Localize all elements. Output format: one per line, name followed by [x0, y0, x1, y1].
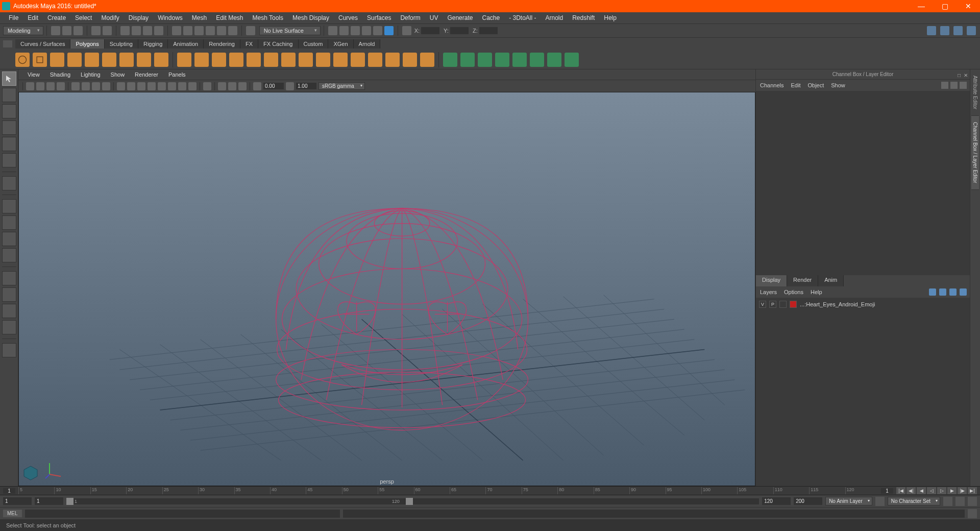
move-tool[interactable]	[2, 120, 16, 135]
cb-icon-c[interactable]	[960, 82, 967, 89]
shelf-tab-sculpting[interactable]: Sculpting	[105, 39, 138, 49]
gate-mask-icon[interactable]	[102, 82, 110, 90]
layout-four-icon[interactable]	[2, 215, 16, 230]
poly-bevel-icon[interactable]	[247, 53, 261, 67]
bookmark-icon[interactable]	[36, 82, 44, 90]
cb-menu-show[interactable]: Show	[831, 82, 845, 88]
poly-combine-icon[interactable]	[177, 53, 191, 67]
vp-menu-shading[interactable]: Shading	[45, 71, 76, 78]
multi-cut-icon[interactable]	[299, 53, 313, 67]
menu-file[interactable]: File	[4, 12, 23, 23]
gamma-icon[interactable]	[286, 82, 294, 90]
delete-edge-icon[interactable]	[403, 53, 417, 67]
film-gate-icon[interactable]	[82, 82, 90, 90]
grid-toggle-icon[interactable]	[71, 82, 80, 90]
shelf-tab-rendering[interactable]: Rendering	[204, 39, 240, 49]
poly-bridge-icon[interactable]	[264, 53, 278, 67]
motion-blur-icon[interactable]	[178, 82, 186, 90]
poly-torus-icon[interactable]	[102, 53, 116, 67]
cmd-lang-label[interactable]: MEL	[3, 510, 22, 517]
layer-menu-options[interactable]: Options	[784, 289, 803, 295]
shelf-tab-polygons[interactable]: Polygons	[70, 39, 104, 49]
render-settings-icon[interactable]	[362, 26, 371, 35]
2d-pan-icon[interactable]	[57, 82, 65, 90]
menu-mesh-tools[interactable]: Mesh Tools	[248, 12, 288, 23]
xray-comp-icon[interactable]	[238, 82, 247, 90]
view-cube-gizmo[interactable]	[23, 465, 38, 481]
expand-tool-icon[interactable]	[2, 343, 16, 357]
poly-cylinder-icon[interactable]	[50, 53, 64, 67]
layout-three-icon[interactable]	[2, 248, 16, 262]
range-end-input[interactable]	[762, 497, 791, 505]
smooth-icon[interactable]	[316, 53, 330, 67]
timeline-current-frame-left[interactable]: 1	[3, 488, 15, 494]
animlayer-icon[interactable]	[875, 497, 885, 506]
layer-action-icon-2[interactable]	[949, 288, 957, 296]
live-surface-dropdown[interactable]: No Live Surface	[259, 26, 321, 35]
sculpt-icon-3[interactable]	[478, 53, 492, 67]
vp-menu-panels[interactable]: Panels	[163, 71, 191, 78]
layer-action-icon-1[interactable]	[939, 288, 946, 296]
timeline[interactable]: 1 51015202530354045505560657075808590951…	[0, 486, 980, 495]
panel-undock-icon[interactable]: □	[958, 70, 961, 81]
poke-icon[interactable]	[420, 53, 434, 67]
colorspace-dropdown[interactable]: sRGB gamma	[318, 82, 365, 90]
layer-playback-toggle[interactable]: P	[769, 301, 776, 308]
hypershade-icon[interactable]	[384, 26, 394, 35]
menu-curves[interactable]: Curves	[334, 12, 362, 23]
sculpt-icon-4[interactable]	[495, 53, 509, 67]
redo-icon[interactable]	[103, 26, 112, 35]
open-scene-icon[interactable]	[62, 26, 71, 35]
select-edge-icon[interactable]	[132, 26, 141, 35]
image-plane-icon[interactable]	[46, 82, 55, 90]
new-scene-icon[interactable]	[51, 26, 60, 35]
sculpt-icon-5[interactable]	[512, 53, 527, 67]
layer-tab-render[interactable]: Render	[787, 275, 818, 286]
wireframe-icon[interactable]	[117, 82, 125, 90]
sculpt-icon-1[interactable]	[443, 53, 457, 67]
poly-boolean-icon[interactable]	[212, 53, 226, 67]
layout-single-icon[interactable]	[2, 199, 16, 213]
shelf-menu-icon[interactable]	[3, 40, 12, 47]
menu-select[interactable]: Select	[70, 12, 96, 23]
step-back-key-icon[interactable]: ◀|	[906, 487, 916, 494]
xray-joints-icon[interactable]	[228, 82, 236, 90]
menu-windows[interactable]: Windows	[153, 12, 187, 23]
scale-tool[interactable]	[2, 153, 16, 167]
select-obj-icon[interactable]	[154, 26, 163, 35]
render-icon[interactable]	[339, 26, 349, 35]
vp-menu-view[interactable]: View	[22, 71, 45, 78]
exposure-input[interactable]	[263, 83, 284, 89]
step-fwd-key-icon[interactable]: |▶	[958, 487, 967, 494]
poly-cone-icon[interactable]	[67, 53, 82, 67]
exposure-icon[interactable]	[253, 82, 261, 90]
cb-menu-edit[interactable]: Edit	[791, 82, 800, 88]
mode-selector[interactable]: Modeling	[3, 26, 43, 35]
collapse-icon[interactable]	[368, 53, 382, 67]
layer-menu-help[interactable]: Help	[811, 289, 822, 295]
camera-select-icon[interactable]	[26, 82, 34, 90]
prefs-icon[interactable]	[968, 497, 977, 506]
vp-menu-renderer[interactable]: Renderer	[130, 71, 163, 78]
poly-pipe-icon[interactable]	[154, 53, 168, 67]
menu-arnold[interactable]: Arnold	[541, 12, 568, 23]
last-tool[interactable]	[2, 176, 16, 190]
layout-icon-4[interactable]	[967, 26, 976, 35]
poly-sphere-icon[interactable]	[15, 53, 30, 67]
lasso-tool[interactable]	[2, 88, 16, 102]
rotate-tool[interactable]	[2, 137, 16, 151]
poly-extrude-icon[interactable]	[229, 53, 243, 67]
snap-grid-icon[interactable]	[172, 26, 181, 35]
lights-icon[interactable]	[148, 82, 156, 90]
play-fwd-icon[interactable]: ▷	[937, 487, 946, 494]
poly-cube-icon[interactable]	[33, 53, 47, 67]
menu--3dtoall-[interactable]: - 3DtoAll -	[504, 12, 541, 23]
xray-icon[interactable]	[218, 82, 226, 90]
poly-prism-icon[interactable]	[119, 53, 134, 67]
close-button[interactable]: ✕	[957, 0, 980, 12]
coord-y-input[interactable]	[450, 27, 469, 34]
menu-mesh[interactable]: Mesh	[187, 12, 211, 23]
script-editor-icon[interactable]	[968, 509, 977, 518]
range-handle-end[interactable]	[406, 498, 413, 505]
cb-icon-b[interactable]	[950, 82, 958, 89]
